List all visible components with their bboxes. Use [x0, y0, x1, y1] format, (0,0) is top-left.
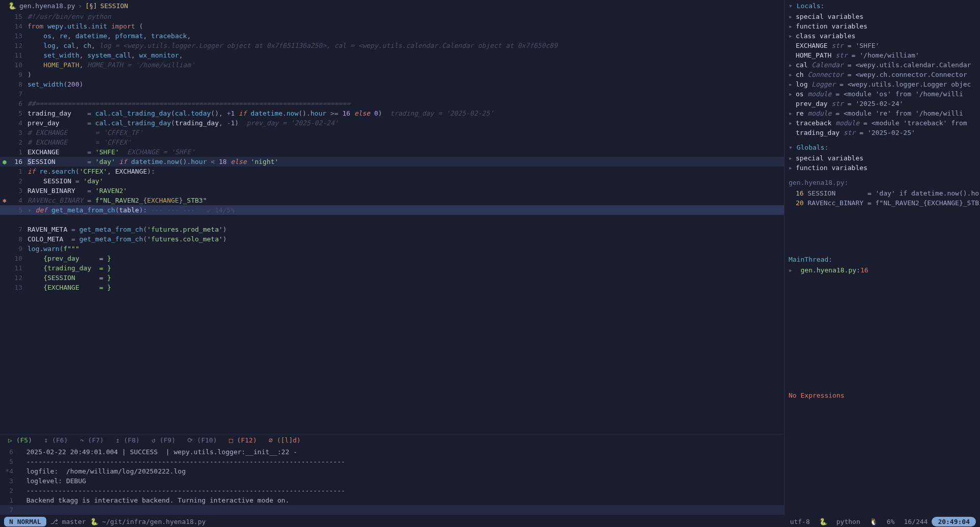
code-line[interactable]: ●16SESSION = 'day' if datetime.now().hou… [0, 157, 784, 167]
expand-icon[interactable]: ▸ [789, 118, 796, 128]
code-text[interactable]: set_width, system_call, wx_monitor, [27, 50, 784, 60]
code-text[interactable]: EXCHANGE = 'SHFE' EXCHANGE = 'SHFE' [27, 147, 784, 157]
code-line[interactable]: 1if re.search('CFFEX', EXCHANGE): [0, 167, 784, 176]
threads-header[interactable]: MainThread: [785, 254, 980, 265]
debug-restart-button[interactable]: ⟳ (F10) [187, 436, 217, 444]
debug-stepinto-button[interactable]: ↷ (F7) [80, 436, 104, 444]
code-text[interactable]: ) [27, 70, 784, 79]
code-line[interactable]: 10 {prev_day = } [0, 254, 784, 263]
code-line[interactable]: 3# EXCHANGE = 'CFFEX_TF' [0, 128, 784, 137]
expand-icon[interactable]: ▸ [789, 108, 796, 118]
code-line[interactable]: 1EXCHANGE = 'SHFE' EXCHANGE = 'SHFE' [0, 147, 784, 157]
code-text[interactable]: log.warn(f""" [27, 244, 784, 254]
code-line[interactable]: 11 {trading_day = } [0, 263, 784, 273]
code-text[interactable]: {EXCHANGE = } [27, 283, 784, 292]
globals-header[interactable]: ▾ Globals: [785, 142, 980, 153]
code-text[interactable]: SESSION = 'day' if datetime.now().hour <… [27, 157, 784, 167]
globals-panel[interactable]: ▸special variables▸function variables [785, 153, 980, 173]
code-line[interactable]: 11 set_width, system_call, wx_monitor, [0, 50, 784, 60]
debug-disconnect-button[interactable]: ⌀ ([l]d) [269, 436, 301, 444]
variable-row[interactable]: HOME_PATH str = '/home/william' [789, 50, 976, 60]
variable-row[interactable]: ▸function variables [789, 21, 976, 31]
variable-row[interactable]: EXCHANGE str = 'SHFE' [789, 41, 976, 50]
locals-header[interactable]: ▾ Locals: [785, 0, 980, 12]
debug-stepout-button[interactable]: ↥ (F8) [116, 436, 139, 444]
debug-reverse-button[interactable]: ↺ (F9) [152, 436, 176, 444]
code-text[interactable]: RAVEN_META = get_meta_from_ch('futures.p… [27, 225, 784, 234]
error-icon[interactable]: ✱ [0, 196, 9, 205]
code-text[interactable]: {SESSION = } [27, 273, 784, 283]
variable-row[interactable]: ▸ch Connector = <wepy.ch.connector.Conne… [789, 70, 976, 79]
log-line[interactable]: 1 Backend tkagg is interactive backend. … [0, 495, 784, 505]
code-line[interactable]: 10 HOME_PATH, HOME_PATH = '/home/william… [0, 60, 784, 70]
code-text[interactable]: # EXCHANGE = 'CFFEX' [27, 137, 784, 147]
code-text[interactable]: › def get_meta_from_ch(table): --- --- -… [27, 205, 784, 215]
expand-icon[interactable] [789, 99, 796, 108]
expand-icon[interactable]: ▸ [789, 21, 796, 31]
expand-icon[interactable]: ▸ [789, 60, 796, 70]
expand-icon[interactable]: ▸ [789, 79, 796, 89]
log-line[interactable]: 3 loglevel: DEBUG [0, 476, 784, 486]
code-line[interactable]: 12 log, cal, ch, log = <wepy.utils.logge… [0, 41, 784, 50]
code-line[interactable]: 8COLO_META = get_meta_from_ch('futures.c… [0, 234, 784, 244]
expand-icon[interactable]: ▸ [789, 153, 796, 163]
code-line[interactable]: 3RAVEN_BINARY = 'RAVEN2' [0, 186, 784, 196]
code-text[interactable]: from wepy.utils.init import ( [27, 21, 784, 31]
diagnostic-row[interactable]: 20 RAVENcc_BINARY = f"NL_RAVEN2_{EXCHANG… [785, 198, 980, 208]
expand-icon[interactable]: ▸ [789, 163, 796, 173]
code-line[interactable]: 15#!/usr/bin/env python [0, 12, 784, 21]
variable-row[interactable]: trading_day str = '2025-02-25' [789, 128, 976, 137]
code-text[interactable]: log, cal, ch, log = <wepy.utils.logger.L… [27, 41, 784, 50]
expand-icon[interactable]: ▸ [789, 31, 796, 41]
breadcrumb-file[interactable]: gen.hyena18.py [19, 2, 75, 10]
code-line[interactable] [0, 215, 784, 225]
code-text[interactable]: prev_day = cal.cal_trading_day(trading_d… [27, 118, 784, 128]
variable-row[interactable]: ▸traceback module = <module 'traceback' … [789, 118, 976, 128]
code-line[interactable]: 2# EXCHANGE = 'CFFEX' [0, 137, 784, 147]
code-line[interactable]: 5› def get_meta_from_ch(table): --- --- … [0, 205, 784, 215]
code-line[interactable]: 6##=====================================… [0, 99, 784, 108]
variable-row[interactable]: ▸function variables [789, 163, 976, 173]
code-text[interactable]: trading_day = cal.cal_trading_day(cal.to… [27, 108, 784, 118]
debug-stop-button[interactable]: □ (F12) [229, 436, 257, 444]
expand-icon[interactable] [789, 128, 796, 137]
code-text[interactable]: set_width(200) [27, 79, 784, 89]
code-line[interactable]: 2 SESSION = 'day' [0, 176, 784, 186]
code-line[interactable]: 8set_width(200) [0, 79, 784, 89]
code-text[interactable]: os, re, datetime, pformat, traceback, [27, 31, 784, 41]
code-text[interactable]: ##======================================… [27, 99, 784, 108]
debug-stepover-button[interactable]: ↧ (F6) [44, 436, 68, 444]
variable-row[interactable]: ▸log Logger = <wepy.utils.logger.Logger … [789, 79, 976, 89]
code-text[interactable]: RAVEN_BINARY = 'RAVEN2' [27, 186, 784, 196]
expand-icon[interactable]: ▸ [789, 12, 796, 21]
expand-icon[interactable] [789, 50, 796, 60]
code-line[interactable]: 4prev_day = cal.cal_trading_day(trading_… [0, 118, 784, 128]
expand-icon[interactable]: ▸ [789, 70, 796, 79]
breadcrumb-symbol[interactable]: SESSION [100, 2, 128, 10]
code-line[interactable]: 5trading_day = cal.cal_trading_day(cal.t… [0, 108, 784, 118]
code-text[interactable]: RAVENcc_BINARY = f"NL_RAVEN2_{EXCHANGE}_… [27, 196, 784, 205]
code-line[interactable]: 14from wepy.utils.init import ( [0, 21, 784, 31]
code-text[interactable]: SESSION = 'day' [27, 176, 784, 186]
expand-icon[interactable] [789, 41, 796, 50]
variable-row[interactable]: ▸special variables [789, 153, 976, 163]
variable-row[interactable]: ▸os module = <module 'os' from '/home/wi… [789, 89, 976, 99]
log-line[interactable]: 7 [0, 505, 784, 515]
log-line[interactable]: 5 --------------------------------------… [0, 457, 784, 466]
log-line[interactable]: *4 logfile: /home/william/log/20250222.l… [0, 466, 784, 476]
code-line[interactable]: 9log.warn(f""" [0, 244, 784, 254]
code-line[interactable]: 7RAVEN_META = get_meta_from_ch('futures.… [0, 225, 784, 234]
code-text[interactable]: {prev_day = } [27, 254, 784, 263]
code-text[interactable]: {trading_day = } [27, 263, 784, 273]
code-line[interactable]: 7 [0, 89, 784, 99]
code-text[interactable]: #!/usr/bin/env python [27, 12, 784, 21]
code-area[interactable]: 15#!/usr/bin/env python14from wepy.utils… [0, 12, 784, 434]
code-line[interactable]: 12 {SESSION = } [0, 273, 784, 283]
variable-row[interactable]: ▸re module = <module 're' from '/home/wi… [789, 108, 976, 118]
code-text[interactable]: if re.search('CFFEX', EXCHANGE): [27, 167, 784, 176]
variable-row[interactable]: prev_day str = '2025-02-24' [789, 99, 976, 108]
code-text[interactable]: COLO_META = get_meta_from_ch('futures.co… [27, 234, 784, 244]
code-text[interactable]: HOME_PATH, HOME_PATH = '/home/william' [27, 60, 784, 70]
variable-row[interactable]: ▸special variables [789, 12, 976, 21]
log-line[interactable]: 2 --------------------------------------… [0, 486, 784, 495]
